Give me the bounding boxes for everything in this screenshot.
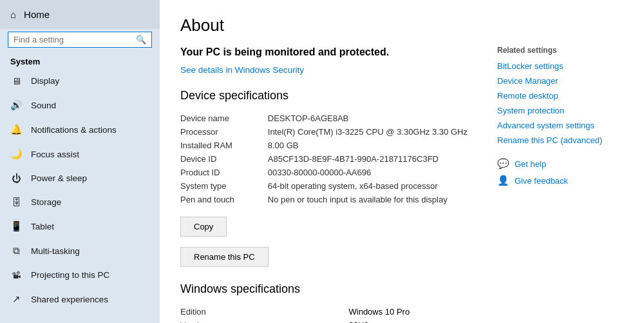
table-row: Version22H2 xyxy=(180,318,482,323)
spec-value: Windows 10 Pro xyxy=(349,305,482,318)
page-title: About xyxy=(180,15,623,35)
related-settings-link[interactable]: System protection xyxy=(497,106,623,115)
spec-label: Processor xyxy=(180,125,268,139)
sidebar: ⌂ Home 🔍 System 🖥 Display 🔊 Sound 🔔 Noti… xyxy=(0,0,160,323)
display-icon: 🖥 xyxy=(10,75,22,86)
give-feedback-button[interactable]: 👤 Give feedback xyxy=(497,175,623,186)
monitored-text: Your PC is being monitored and protected… xyxy=(180,46,482,59)
get-help-label: Get help xyxy=(515,159,546,169)
sidebar-item-power[interactable]: ⏻ Power & sleep xyxy=(0,166,160,190)
spec-label: Device name xyxy=(180,112,268,125)
sidebar-item-label: Notifications & actions xyxy=(31,125,117,135)
get-help-icon: 💬 xyxy=(497,158,509,170)
related-settings-link[interactable]: Advanced system settings xyxy=(497,121,623,130)
table-row: ProcessorIntel(R) Core(TM) i3-3225 CPU @… xyxy=(180,125,482,139)
sidebar-item-label: Projecting to this PC xyxy=(31,270,109,280)
spec-value: 00330-80000-00000-AA696 xyxy=(268,166,482,179)
home-label: Home xyxy=(24,9,50,20)
search-input[interactable] xyxy=(14,35,132,44)
spec-label: Edition xyxy=(180,305,349,318)
spec-label: Version xyxy=(180,318,349,323)
focus-icon: 🌙 xyxy=(10,148,22,160)
spec-label: Installed RAM xyxy=(180,139,268,152)
power-icon: ⏻ xyxy=(10,173,22,184)
spec-value: DESKTOP-6AGE8AB xyxy=(268,112,482,125)
sidebar-item-label: Power & sleep xyxy=(31,173,87,183)
windows-spec-section: Windows specifications EditionWindows 10… xyxy=(180,282,482,323)
spec-label: Product ID xyxy=(180,166,268,179)
table-row: Pen and touchNo pen or touch input is av… xyxy=(180,193,482,206)
shared-icon: ↗ xyxy=(10,293,22,305)
get-help-button[interactable]: 💬 Get help xyxy=(497,158,623,170)
storage-icon: 🗄 xyxy=(10,197,22,208)
table-row: Product ID00330-80000-00000-AA696 xyxy=(180,166,482,179)
table-row: System type64-bit operating system, x64-… xyxy=(180,179,482,193)
sidebar-item-projecting[interactable]: 📽 Projecting to this PC xyxy=(0,263,160,287)
projecting-icon: 📽 xyxy=(10,269,22,280)
security-link[interactable]: See details in Windows Security xyxy=(180,65,304,75)
help-section: 💬 Get help 👤 Give feedback xyxy=(497,158,623,186)
sidebar-item-notifications[interactable]: 🔔 Notifications & actions xyxy=(0,117,160,142)
spec-value: A85CF13D-8E9F-4B71-990A-21871176C3FD xyxy=(268,152,482,166)
spec-value: 22H2 xyxy=(349,318,482,323)
sidebar-item-label: Display xyxy=(31,76,59,86)
sidebar-item-label: Shared experiences xyxy=(31,295,108,304)
sidebar-item-storage[interactable]: 🗄 Storage xyxy=(0,190,160,214)
sidebar-item-multitasking[interactable]: ⧉ Multi-tasking xyxy=(0,239,160,263)
table-row: EditionWindows 10 Pro xyxy=(180,305,482,318)
spec-label: Device ID xyxy=(180,152,268,166)
sidebar-home-button[interactable]: ⌂ Home xyxy=(0,0,160,29)
windows-specs-table: EditionWindows 10 ProVersion22H2Installe… xyxy=(180,305,482,323)
sidebar-item-label: Tablet xyxy=(31,222,54,231)
main-content: About Your PC is being monitored and pro… xyxy=(160,0,644,323)
rename-button[interactable]: Rename this PC xyxy=(180,247,269,267)
copy-button[interactable]: Copy xyxy=(180,217,227,237)
sidebar-item-tablet[interactable]: 📱 Tablet xyxy=(0,214,160,239)
sidebar-item-display[interactable]: 🖥 Display xyxy=(0,69,160,93)
sidebar-item-label: Focus assist xyxy=(31,150,79,159)
spec-label: Pen and touch xyxy=(180,193,268,206)
spec-value: No pen or touch input is available for t… xyxy=(268,193,482,206)
sidebar-section-label: System xyxy=(0,53,160,69)
spec-value: 64-bit operating system, x64-based proce… xyxy=(268,179,482,193)
give-feedback-label: Give feedback xyxy=(515,176,568,186)
multitasking-icon: ⧉ xyxy=(10,245,22,257)
related-settings-link[interactable]: Rename this PC (advanced) xyxy=(497,135,623,145)
table-row: Device nameDESKTOP-6AGE8AB xyxy=(180,112,482,125)
sidebar-item-shared[interactable]: ↗ Shared experiences xyxy=(0,287,160,311)
related-settings-panel: Related settings BitLocker settingsDevic… xyxy=(482,46,623,323)
sidebar-item-label: Storage xyxy=(31,197,61,207)
table-row: Installed RAM8.00 GB xyxy=(180,139,482,152)
search-icon: 🔍 xyxy=(136,35,146,44)
sidebar-item-focus[interactable]: 🌙 Focus assist xyxy=(0,142,160,166)
tablet-icon: 📱 xyxy=(10,220,22,232)
windows-section-heading: Windows specifications xyxy=(180,282,482,296)
related-settings-link[interactable]: Remote desktop xyxy=(497,91,623,101)
spec-value: 8.00 GB xyxy=(268,139,482,152)
related-settings-link[interactable]: BitLocker settings xyxy=(497,61,623,71)
spec-label: System type xyxy=(180,179,268,193)
sidebar-item-label: Multi-tasking xyxy=(31,246,80,256)
search-container: 🔍 xyxy=(8,32,152,48)
device-section-heading: Device specifications xyxy=(180,89,482,103)
spec-value: Intel(R) Core(TM) i3-3225 CPU @ 3.30GHz … xyxy=(268,125,482,139)
give-feedback-icon: 👤 xyxy=(497,175,509,186)
related-settings-link[interactable]: Device Manager xyxy=(497,76,623,86)
home-icon: ⌂ xyxy=(10,9,16,20)
content-main: Your PC is being monitored and protected… xyxy=(180,46,482,323)
sidebar-item-label: Sound xyxy=(31,101,56,110)
sound-icon: 🔊 xyxy=(10,99,22,111)
content-layout: Your PC is being monitored and protected… xyxy=(180,46,623,323)
sidebar-item-sound[interactable]: 🔊 Sound xyxy=(0,93,160,117)
device-specs-table: Device nameDESKTOP-6AGE8ABProcessorIntel… xyxy=(180,112,482,206)
notifications-icon: 🔔 xyxy=(10,124,22,135)
table-row: Device IDA85CF13D-8E9F-4B71-990A-2187117… xyxy=(180,152,482,166)
related-settings-title: Related settings xyxy=(497,46,623,55)
